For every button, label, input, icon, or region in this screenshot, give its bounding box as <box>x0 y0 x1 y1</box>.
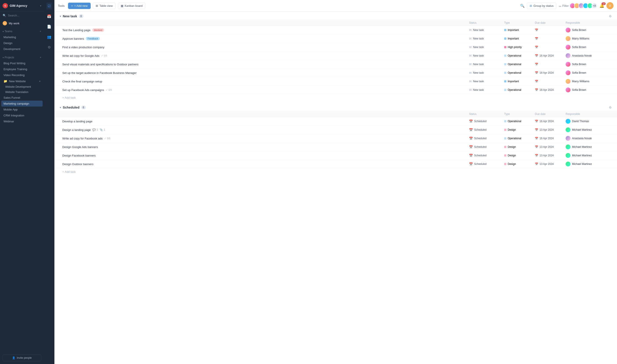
responsible-avatar <box>566 162 570 167</box>
task-name: Design Facebook banners <box>62 154 469 157</box>
status-new-icon: ✉ <box>469 45 472 49</box>
task-type: Important <box>504 37 535 40</box>
task-type: Important <box>504 28 535 32</box>
sidebar-item-sales-funnel[interactable]: Sales Funnel <box>0 95 44 101</box>
icon-tasks[interactable]: ☑ <box>46 3 52 9</box>
task-type: Operational <box>504 54 535 57</box>
scheduled-section-title: Scheduled <box>63 105 80 109</box>
type-dot <box>504 120 506 122</box>
calendar-icon: 📅 <box>535 54 538 57</box>
add-task-button-scheduled[interactable]: + Add task <box>55 169 617 175</box>
col-responsible-2: Responsible <box>566 113 605 116</box>
main-content: Tools + + Add new ⊞ Table view ▦ Kanban … <box>55 0 617 364</box>
table-row: Design Outdoor banners 📅 Scheduled Desig… <box>55 160 617 169</box>
responsible-avatar <box>566 144 570 149</box>
task-status: ✉ New task <box>469 28 504 32</box>
group-by-status-label: Group by status <box>533 4 554 7</box>
kanban-board-button[interactable]: ▦ Kanban board <box>118 3 146 9</box>
task-due-date: 📅 18 Apr 2024 <box>535 71 566 74</box>
task-name: Develop a landing page <box>62 120 469 123</box>
add-task-button-new[interactable]: + Add task <box>55 94 617 101</box>
kanban-board-label: Kanban board <box>125 4 143 7</box>
task-type: Operational <box>504 71 535 74</box>
task-responsible: Marry Williams <box>566 36 605 41</box>
task-type: Operational <box>504 120 535 123</box>
my-work-label: My work <box>9 22 19 25</box>
filter-button[interactable]: ⧢ Filter <box>559 4 569 7</box>
new-task-settings-icon[interactable]: ⚙ <box>609 14 612 18</box>
teams-add-button[interactable]: + <box>40 30 41 33</box>
table-row: Design Google Ads banners 📅 Scheduled De… <box>55 143 617 151</box>
sidebar-header[interactable]: G GIM Agency ▾ <box>0 0 44 12</box>
task-type: Design <box>504 154 535 157</box>
task-name: Check the final campaign setup <box>62 80 469 83</box>
task-due-date: 📅 18 Apr 2024 <box>535 88 566 91</box>
scheduled-table-header: Status Type Due date Responsible <box>55 111 617 117</box>
responsible-avatar <box>566 119 570 124</box>
notification-button[interactable]: 🔔 12 <box>599 3 604 8</box>
task-status: 📅 Scheduled <box>469 154 504 157</box>
add-new-label: + Add new <box>74 4 88 7</box>
add-new-button[interactable]: + + Add new <box>68 3 91 9</box>
icon-settings[interactable]: ⚙ <box>46 44 52 51</box>
task-status: 📅 Scheduled <box>469 137 504 140</box>
new-task-count: 8 <box>79 14 83 18</box>
icon-strip: ☑ 📅 📄 👥 ⚙ <box>44 0 55 364</box>
status-new-icon: ✉ <box>469 63 472 66</box>
responsible-avatar <box>566 153 570 158</box>
projects-chevron-icon: ▾ <box>3 56 4 59</box>
sidebar-item-webinar[interactable]: Webinar <box>0 118 44 124</box>
calendar-icon: 📅 <box>535 120 538 123</box>
user-avatar[interactable]: U <box>606 2 614 9</box>
calendar-icon: 📅 <box>535 137 538 140</box>
task-name: Set up Facebook Ads campaigns ✓ 0/9 <box>62 88 469 92</box>
calendar-icon: 📅 <box>535 46 538 49</box>
projects-add-button[interactable]: + <box>40 56 41 59</box>
sidebar-item-video-recording[interactable]: Video Recording <box>0 72 44 78</box>
sidebar-item-blog-post-writing[interactable]: Blog Post Writing <box>0 60 44 66</box>
invite-people-button[interactable]: 👤 Invite people <box>3 354 41 361</box>
table-view-button[interactable]: ⊞ Table view <box>93 3 116 9</box>
sidebar-item-mobile-app[interactable]: Mobile App <box>0 106 44 113</box>
sidebar-item-website-development[interactable]: Website Development <box>0 84 44 90</box>
sidebar-item-employee-training[interactable]: Employee Training <box>0 66 44 72</box>
sidebar-my-work[interactable]: U My work <box>0 19 44 27</box>
teams-chevron-icon: ▾ <box>3 30 4 33</box>
task-responsible: Sofia Brown <box>566 88 605 92</box>
responsible-avatar <box>566 88 570 92</box>
sidebar-item-design[interactable]: Design <box>0 40 44 46</box>
calendar-icon: 📅 <box>535 162 538 166</box>
sidebar-item-marketing-campaign[interactable]: Marketing campaign <box>1 101 42 106</box>
sidebar-item-crm-integration[interactable]: CRM Integration <box>0 113 44 118</box>
marketing-label: Marketing <box>3 36 16 39</box>
task-status: 📅 Scheduled <box>469 145 504 149</box>
scheduled-settings-icon[interactable]: ⚙ <box>609 106 612 109</box>
icon-calendar[interactable]: 📅 <box>46 13 53 20</box>
sidebar-search[interactable]: 🔍 Search... <box>0 12 44 19</box>
status-new-icon: ✉ <box>469 80 472 83</box>
group-by-status-button[interactable]: ⊞ Group by status <box>527 3 556 9</box>
task-type: Important <box>504 80 535 83</box>
status-sched-icon: 📅 <box>469 137 473 140</box>
my-work-avatar: U <box>3 21 7 26</box>
col-status-1: Status <box>469 21 504 24</box>
task-due-date: 📅 13 Apr 2024 <box>535 145 566 148</box>
task-due-date: 📅 13 Apr 2024 <box>535 154 566 157</box>
type-dot <box>504 46 506 48</box>
col-duedate-2: Due date <box>535 113 566 116</box>
teams-section-header: ▾ Teams + <box>0 28 44 34</box>
type-dot <box>504 63 506 65</box>
type-dot <box>504 29 506 31</box>
icon-docs[interactable]: 📄 <box>46 23 53 30</box>
icon-people[interactable]: 👥 <box>46 34 53 40</box>
sidebar-item-website-translation[interactable]: Website Translation <box>0 90 44 95</box>
sidebar-item-development[interactable]: Development <box>0 46 44 52</box>
task-status: ✉ New task <box>469 37 504 40</box>
new-task-section-header: ▾ New task 8 ⚙ <box>55 12 617 20</box>
sidebar-item-marketing[interactable]: Marketing <box>0 34 44 40</box>
sidebar-item-new-website[interactable]: 📁 New Website ▾ <box>0 78 44 84</box>
scheduled-collapse-button[interactable]: ▾ <box>60 106 61 109</box>
new-task-collapse-button[interactable]: ▾ <box>60 15 61 18</box>
sidebar-invite[interactable]: 👤 Invite people <box>3 354 41 361</box>
search-button[interactable]: 🔍 <box>520 4 525 8</box>
